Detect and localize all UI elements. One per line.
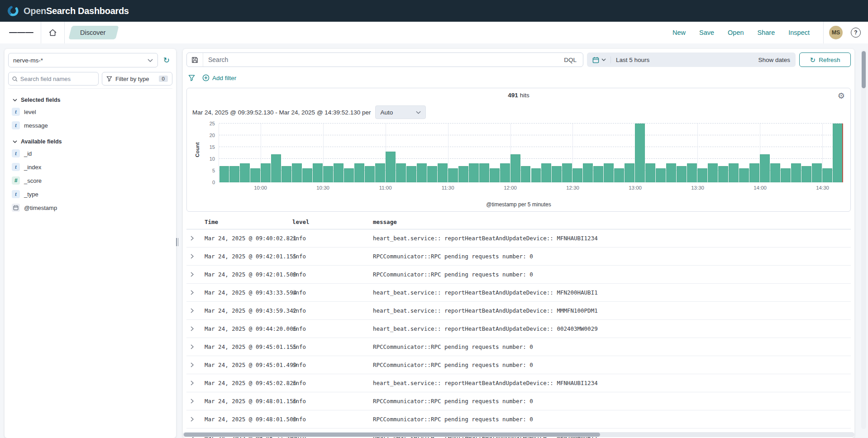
histogram-bar[interactable] [271,154,281,182]
expand-row-button[interactable] [186,272,197,277]
field-item-_score[interactable]: #_score [8,174,172,187]
histogram-bar[interactable] [219,166,229,182]
histogram-bar[interactable] [583,163,593,182]
breadcrumb-discover[interactable]: Discover [70,26,117,39]
histogram-bar[interactable] [666,163,676,182]
histogram-bar[interactable] [770,163,780,182]
gear-icon[interactable]: ⚙ [838,92,845,100]
help-icon[interactable]: ? [851,28,861,38]
horizontal-scrollbar-thumb[interactable] [184,433,600,437]
histogram-bar[interactable] [625,163,634,182]
histogram-bar[interactable] [541,163,551,182]
histogram-bar[interactable] [749,163,759,182]
expand-row-button[interactable] [186,254,197,259]
sidebar-resizer-handle[interactable] [176,238,179,246]
expand-row-button[interactable] [186,362,197,367]
field-item-level[interactable]: tlevel [8,105,172,119]
histogram-bar[interactable] [281,166,291,182]
expand-row-button[interactable] [186,236,197,241]
expand-row-button[interactable] [186,381,197,386]
refresh-index-icon[interactable]: ↻ [161,55,172,66]
histogram-bar[interactable] [417,163,427,182]
histogram-bar[interactable] [250,168,260,182]
show-dates-button[interactable]: Show dates [758,57,790,63]
histogram-bar[interactable] [469,163,479,182]
histogram-bar[interactable] [427,166,437,182]
histogram-bar[interactable] [739,168,749,182]
histogram-bar[interactable] [229,166,239,182]
nav-action-share[interactable]: Share [758,29,775,36]
histogram-bar[interactable] [334,163,343,182]
histogram-bar[interactable] [833,124,843,182]
col-header-level[interactable]: level [292,219,373,225]
expand-row-button[interactable] [186,326,197,331]
histogram-bar[interactable] [448,168,458,182]
expand-row-button[interactable] [186,417,197,422]
histogram-bar[interactable] [292,163,302,182]
histogram-bar[interactable] [635,124,645,182]
query-language-button[interactable]: DQL [558,57,583,63]
histogram-bar[interactable] [354,163,364,182]
field-item-_type[interactable]: t_type [8,187,172,201]
histogram-bar[interactable] [490,168,500,182]
saved-query-icon[interactable] [187,53,203,67]
filter-by-type-button[interactable]: Filter by type 0 [102,72,172,86]
field-search-input[interactable] [20,76,95,82]
expand-row-button[interactable] [186,290,197,295]
vertical-scrollbar[interactable] [861,50,866,429]
histogram-bar[interactable] [801,166,811,182]
histogram-bar[interactable] [812,163,822,182]
histogram-bar[interactable] [604,163,614,182]
section-header-selected-fields[interactable]: Selected fields [13,97,172,103]
home-icon[interactable] [47,27,59,38]
vertical-scrollbar-thumb[interactable] [862,51,866,88]
histogram-bar[interactable] [396,163,406,182]
histogram-bar[interactable] [386,152,396,182]
histogram-bar[interactable] [552,166,562,182]
histogram-bar[interactable] [500,163,510,182]
refresh-button[interactable]: ↻ Refresh [799,52,851,67]
histogram-bar[interactable] [344,168,354,182]
nav-action-new[interactable]: New [672,29,686,36]
histogram-bar[interactable] [614,168,624,182]
histogram-bar[interactable] [375,163,385,182]
opensearch-logo-icon[interactable] [7,5,19,17]
expand-row-button[interactable] [186,399,197,404]
date-picker-calendar-button[interactable] [592,57,611,63]
field-item-@timestamp[interactable]: @timestamp [8,201,172,214]
index-pattern-select[interactable]: nerve-ms-* [8,53,158,67]
histogram-bar[interactable] [458,166,468,182]
histogram-bar[interactable] [406,166,416,182]
section-header-available-fields[interactable]: Available fields [13,138,172,145]
user-avatar[interactable]: MS [829,26,843,39]
histogram-bar[interactable] [521,166,531,182]
histogram-bar[interactable] [729,163,739,182]
histogram-bar[interactable] [656,168,666,182]
expand-row-button[interactable] [186,308,197,313]
filter-menu-icon[interactable] [188,75,195,81]
histogram-bar[interactable] [760,154,770,182]
histogram-bar[interactable] [323,166,333,182]
field-item-_index[interactable]: t_index [8,160,172,174]
histogram-bar[interactable] [313,163,323,182]
add-filter-button[interactable]: Add filter [202,74,236,81]
histogram-bar[interactable] [572,168,582,182]
histogram-bar[interactable] [510,154,520,182]
histogram-bar[interactable] [708,163,718,182]
horizontal-scrollbar[interactable] [183,432,854,437]
menu-icon[interactable] [7,29,35,36]
histogram-bar[interactable] [562,163,572,182]
histogram-bar[interactable] [240,163,250,182]
histogram-bar[interactable] [438,163,448,182]
histogram-bar[interactable] [261,163,271,182]
histogram-bar[interactable] [645,163,655,182]
histogram-bar[interactable] [677,166,687,182]
col-header-time[interactable]: Time [202,219,292,225]
histogram-bar[interactable] [302,168,312,182]
histogram-bar[interactable] [791,163,801,182]
nav-action-inspect[interactable]: Inspect [788,29,810,36]
interval-select[interactable]: Auto [375,105,426,119]
histogram-bar[interactable] [479,163,489,182]
histogram-bar[interactable] [531,168,541,182]
histogram-bar[interactable] [365,166,375,182]
